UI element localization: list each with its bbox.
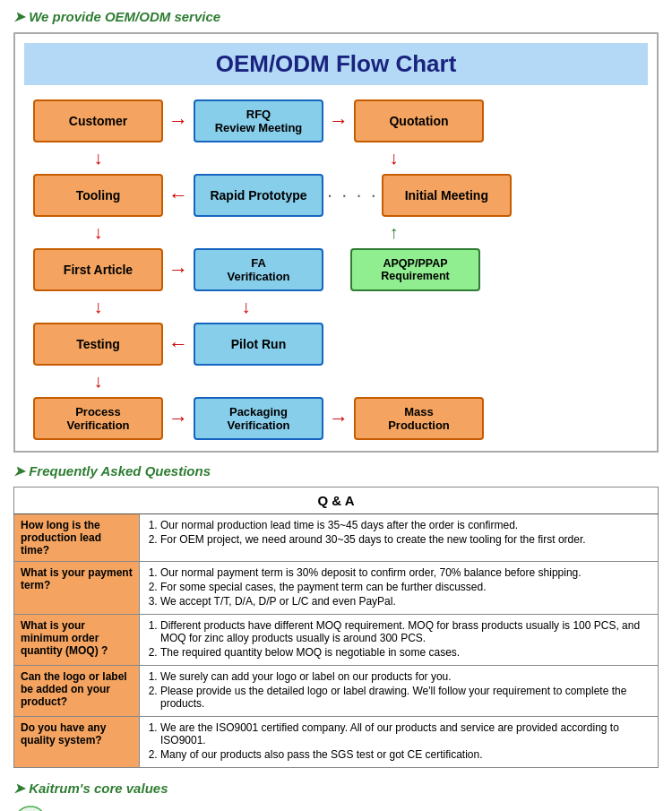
vert-arrows-row-4: ↓ [33, 371, 639, 392]
qa-answer-5-1: We are the ISO9001 certified company. Al… [160, 721, 651, 746]
flow-row-4: Testing ← Pilot Run [33, 321, 639, 367]
arrow-right-4: → [168, 409, 188, 428]
qa-answer-3: Different products have different MOQ re… [140, 615, 659, 666]
box-mass-production: MassProduction [354, 397, 484, 440]
box-customer: Customer [33, 99, 163, 142]
section2-header: Frequently Asked Questions [13, 463, 659, 479]
qa-answer-5-2: Many of our products also pass the SGS t… [160, 748, 651, 761]
qa-question-5: Do you have any quality system? [14, 717, 140, 768]
core-values-section: Kaitrum's core values K kaitrum www.kait… [13, 781, 659, 811]
flow-row-5: ProcessVerification → PackagingVerificat… [33, 395, 639, 442]
vert-arrow-testing: ↓ [33, 297, 163, 317]
vert-arrows-row-2: ↓ ↑ [33, 222, 639, 243]
box-initial-meeting: Initial Meeting [382, 174, 512, 217]
brand-row: K kaitrum www.kaitrum.com.tw [13, 806, 659, 811]
arrow-dotted-1: · · · · [327, 184, 378, 207]
qa-question-1: How long is the production lead time? [14, 514, 140, 562]
vert-arrow-first-article: ↓ [33, 222, 163, 243]
vert-arrow-fa-down: ↓ [181, 297, 311, 317]
qa-table-wrapper: Q & A How long is the production lead ti… [13, 487, 659, 768]
flowchart-container: OEM/ODM Flow Chart Customer → RFQReview … [13, 32, 659, 453]
box-tooling: Tooling [33, 174, 163, 217]
box-testing: Testing [33, 323, 163, 366]
box-apqp: APQP/PPAPRequirement [350, 248, 480, 291]
arrow-right-3: → [168, 260, 188, 280]
vert-arrows-row-1: ↓ ↓ [33, 148, 639, 168]
qa-table: Q & A How long is the production lead ti… [13, 487, 659, 768]
flowchart-title: OEM/ODM Flow Chart [24, 43, 648, 85]
arrow-right-1: → [168, 111, 188, 131]
page-wrapper: We provide OEM/ODM service OEM/ODM Flow … [0, 0, 672, 811]
flow-row-1: Customer → RFQReview Meeting → Quotation [33, 98, 639, 144]
qa-answer-1: Our normal production lead time is 35~45… [140, 514, 659, 562]
qa-answer-1-1: Our normal production lead time is 35~45… [160, 519, 651, 531]
vert-arrow-tooling: ↓ [33, 148, 163, 168]
arrow-right-2: → [329, 111, 349, 131]
flow-row-3: First Article → FAVerification APQP/PPAP… [33, 246, 639, 293]
vert-arrow-process: ↓ [33, 371, 163, 392]
qa-title-row: Q & A [14, 487, 659, 514]
qa-row-5: Do you have any quality system? We are t… [14, 717, 659, 768]
qa-answer-5: We are the ISO9001 certified company. Al… [140, 717, 659, 768]
qa-question-4: Can the logo or label be added on your p… [14, 666, 140, 717]
qa-answer-2-2: For some special cases, the payment term… [160, 581, 651, 593]
qa-row-3: What is your minimum order quantity (MOQ… [14, 615, 659, 666]
section3-header: Kaitrum's core values [13, 781, 659, 797]
qa-title: Q & A [14, 487, 659, 514]
brand-logo-svg: K [13, 806, 47, 811]
qa-row-1: How long is the production lead time? Ou… [14, 514, 659, 562]
qa-row-4: Can the logo or label be added on your p… [14, 666, 659, 717]
qa-answer-2-3: We accept T/T, D/A, D/P or L/C and even … [160, 595, 651, 608]
qa-answer-2: Our normal payment term is 30% deposit t… [140, 562, 659, 615]
qa-answer-4-2: Please provide us the detailed logo or l… [160, 685, 651, 710]
arrow-left-2: ← [168, 334, 188, 354]
box-rapid-prototype: Rapid Prototype [194, 174, 323, 217]
arrow-right-5: → [329, 409, 349, 428]
qa-question-2: What is your payment term? [14, 562, 140, 615]
qa-answer-3-1: Different products have different MOQ re… [160, 619, 651, 644]
qa-answer-4: We surely can add your logo or label on … [140, 666, 659, 717]
vert-arrow-quotation: ↓ [329, 148, 459, 168]
box-quotation: Quotation [354, 99, 484, 142]
box-fa-verification: FAVerification [194, 248, 323, 291]
flow-row-2: Tooling ← Rapid Prototype · · · · Initia… [33, 172, 639, 219]
box-packaging-verification: PackagingVerification [194, 397, 323, 440]
box-pilot-run: Pilot Run [194, 323, 323, 366]
qa-answer-2-1: Our normal payment term is 30% deposit t… [160, 566, 651, 579]
box-rfq: RFQReview Meeting [194, 99, 323, 142]
qa-question-3: What is your minimum order quantity (MOQ… [14, 615, 140, 666]
arrow-left-1: ← [168, 185, 188, 205]
qa-answer-3-2: The required quantity below MOQ is negot… [160, 646, 651, 659]
section1-header: We provide OEM/ODM service [13, 9, 659, 25]
box-process-verification: ProcessVerification [33, 397, 163, 440]
box-first-article: First Article [33, 248, 163, 291]
qa-answer-4-1: We surely can add your logo or label on … [160, 670, 651, 683]
vert-arrow-apqp: ↑ [329, 222, 459, 243]
qa-answer-1-2: For OEM project, we need around 30~35 da… [160, 533, 651, 546]
vert-arrows-row-3: ↓ ↓ [33, 297, 639, 317]
flow-grid: Customer → RFQReview Meeting → Quotation… [24, 98, 648, 442]
qa-row-2: What is your payment term? Our normal pa… [14, 562, 659, 615]
